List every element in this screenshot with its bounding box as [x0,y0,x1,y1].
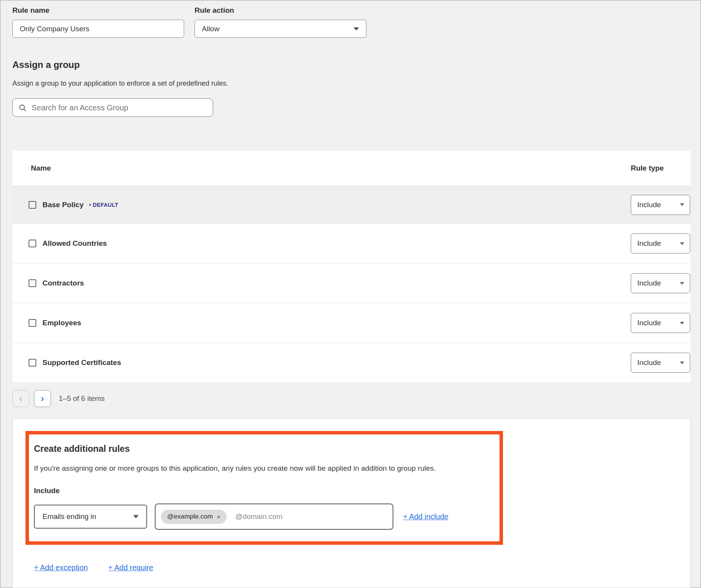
rule-type-select[interactable]: Include [631,195,690,215]
highlighted-section: Create additional rules If you're assign… [25,431,503,545]
search-icon [19,104,27,112]
rule-name-value: Only Company Users [20,25,90,33]
row-name: Allowed Countries [42,239,107,248]
condition-type-value: Emails ending in [42,512,96,521]
add-exception-link[interactable]: + Add exception [34,563,88,572]
row-checkbox[interactable] [29,201,36,209]
add-require-link[interactable]: + Add require [108,563,153,572]
footer-links: + Add exception + Add require [34,563,690,572]
rule-fields-row: Rule name Only Company Users Rule action… [12,6,689,38]
column-header-name: Name [31,164,51,172]
row-checkbox[interactable] [29,279,36,287]
table-header-row: Name Rule type [12,151,691,186]
chevron-down-icon [680,282,684,285]
create-additional-rules-heading: Create additional rules [34,444,492,454]
page: Rule name Only Company Users Rule action… [0,0,701,588]
chevron-left-icon: ‹ [19,394,22,403]
email-domain-tag: @example.com × [161,510,227,524]
row-name: Employees [42,319,81,327]
assign-group-description: Assign a group to your application to en… [12,79,689,88]
assign-group-heading: Assign a group [12,59,689,70]
row-checkbox[interactable] [29,319,36,327]
next-page-button[interactable]: › [34,390,51,407]
rule-type-select[interactable]: Include [631,353,690,373]
chevron-down-icon [680,322,684,324]
chevron-down-icon [680,242,684,245]
rule-action-label: Rule action [195,6,366,15]
rule-type-value: Include [637,279,661,287]
rule-name-label: Rule name [12,6,184,15]
access-group-table: Name Rule type Base Policy • DEFAULT Inc… [12,151,691,382]
rule-name-field-group: Rule name Only Company Users [12,6,184,38]
rule-action-select[interactable]: Allow [195,20,366,38]
include-label: Include [34,487,492,495]
email-domain-input[interactable]: @example.com × @domain.com [155,504,393,530]
chevron-down-icon [680,203,684,206]
create-additional-rules-description: If you're assigning one or more groups t… [34,464,492,473]
remove-tag-icon[interactable]: × [217,514,220,520]
table-row-contractors: Contractors Include [12,263,691,303]
chevron-down-icon [354,27,359,30]
rule-type-select[interactable]: Include [631,233,690,253]
chevron-down-icon [133,515,139,518]
rule-type-select[interactable]: Include [631,313,690,333]
row-name: Contractors [42,279,84,287]
pagination: ‹ › 1–5 of 6 items [12,390,689,407]
rule-type-value: Include [637,239,661,248]
rule-type-value: Include [637,319,661,327]
previous-page-button[interactable]: ‹ [12,390,29,407]
rule-name-input[interactable]: Only Company Users [12,20,184,38]
row-name: Base Policy [42,201,84,209]
table-row-allowed-countries: Allowed Countries Include [12,223,691,263]
rule-type-select[interactable]: Include [631,273,690,293]
search-placeholder: Search for an Access Group [32,103,128,112]
rule-type-value: Include [637,201,661,209]
row-checkbox[interactable] [29,240,36,247]
add-include-link[interactable]: + Add include [403,512,449,521]
additional-rules-card: Create additional rules If you're assign… [12,418,691,588]
table-row-supported-certificates: Supported Certificates Include [12,343,691,382]
table-row-employees: Employees Include [12,303,691,343]
column-header-rule-type: Rule type [631,164,691,172]
email-input-placeholder: @domain.com [235,512,283,521]
tag-value: @example.com [167,513,213,520]
pagination-info: 1–5 of 6 items [59,394,105,403]
default-badge: • DEFAULT [89,202,119,208]
include-rule-controls: Emails ending in @example.com × @domain.… [34,504,492,530]
table-row-base-policy: Base Policy • DEFAULT Include [12,186,691,223]
rule-action-value: Allow [202,25,219,33]
chevron-right-icon: › [41,394,44,403]
condition-type-select[interactable]: Emails ending in [34,505,147,529]
rule-type-value: Include [637,358,661,367]
row-name: Supported Certificates [42,358,121,367]
access-group-search-input[interactable]: Search for an Access Group [12,98,213,117]
row-checkbox[interactable] [29,359,36,367]
rule-action-field-group: Rule action Allow [195,6,366,38]
chevron-down-icon [680,362,684,364]
